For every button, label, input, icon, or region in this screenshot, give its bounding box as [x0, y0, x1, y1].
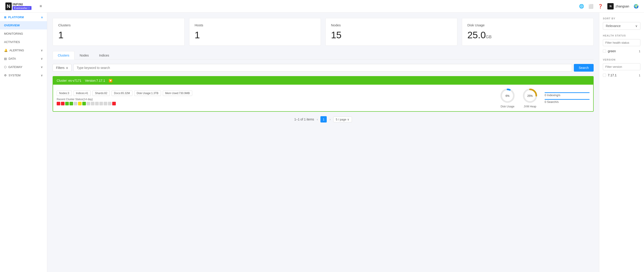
dot-5 — [74, 102, 77, 105]
system-icon: ⚙ — [4, 74, 7, 77]
page-1-button[interactable]: 1 — [320, 116, 327, 123]
dot-14 — [112, 102, 116, 105]
sidebar-group-data[interactable]: ▤ DATA ∨ — [0, 55, 47, 63]
cluster-card: Cluster: es-v7171 Version:7.17.1 🔽 Nodes… — [52, 76, 594, 112]
dot-7 — [82, 102, 86, 105]
dot-3 — [65, 102, 69, 105]
search-input[interactable] — [73, 64, 572, 72]
health-status-filter-input[interactable] — [603, 39, 640, 46]
sidebar-item-activities[interactable]: ACTIVITIES — [0, 38, 47, 46]
cluster-left-info: Nodes:3 Indices:41 Shards:82 Docs:65.32M… — [57, 91, 192, 105]
data-icon: ▤ — [4, 57, 7, 60]
health-label-green: green — [608, 49, 616, 53]
filter-select[interactable]: Filters ∨ — [52, 64, 72, 72]
cluster-tag-disk: Disk Usage:1.3TB — [134, 91, 161, 96]
version-filter-input[interactable] — [603, 63, 640, 70]
lang-icon[interactable]: 🌍 — [634, 4, 638, 9]
stat-clusters-title: Clusters — [58, 23, 179, 27]
search-bar-indicator — [544, 99, 590, 100]
dot-4 — [70, 102, 73, 105]
per-page-select[interactable]: 5 / page ∨ — [333, 117, 352, 122]
tab-indices[interactable]: Indices — [94, 51, 114, 60]
sort-by-select[interactable]: Relevance ∨ — [603, 22, 640, 30]
sidebar-item-monitoring[interactable]: MONITORING — [0, 30, 47, 38]
sidebar-system-label: SYSTEM — [8, 74, 20, 77]
health-status-section: HEALTH STATUS green 1 — [603, 34, 640, 54]
stat-clusters-value: 1 — [58, 30, 179, 41]
jvm-donut: 25% JVM Heap — [522, 88, 538, 108]
sidebar-item-overview[interactable]: OVERVIEW — [0, 21, 47, 30]
version-checkbox-7171[interactable] — [603, 74, 606, 77]
dot-9 — [91, 102, 94, 105]
menu-icon[interactable]: ≡ — [40, 4, 42, 9]
svg-text:25%: 25% — [527, 94, 533, 98]
logo-console: Console/// — [12, 6, 32, 10]
system-chevron-icon: ∨ — [41, 74, 43, 77]
main-content: Clusters 1 Hosts 1 Nodes 15 Disk Usage 2… — [47, 13, 599, 272]
disk-donut: 6% Disk Usage — [500, 88, 516, 108]
header-left: N INFINI Console/// ≡ — [6, 3, 42, 10]
health-status-title: HEALTH STATUS — [603, 34, 640, 37]
platform-icon: ⊞ — [4, 16, 6, 19]
next-page-button[interactable]: › — [328, 118, 332, 121]
jvm-donut-label: JVM Heap — [524, 105, 536, 108]
logo-text: INFINI Console/// — [12, 3, 32, 10]
health-checkbox-green[interactable] — [603, 50, 606, 53]
pagination: 1–1 of 1 items ‹ 1 › 5 / page ∨ — [52, 116, 594, 123]
dot-1 — [57, 102, 60, 105]
version-option-7171: 7.17.1 1 — [603, 73, 640, 78]
cluster-version-icon: 🔽 — [108, 79, 112, 82]
header-right: 🌐 ⬜ ❓ N zhangsan 🌍 — [579, 3, 638, 10]
dot-13 — [108, 102, 112, 105]
sidebar-group-alerting[interactable]: 🔔 ALERTING ∨ — [0, 46, 47, 55]
help-icon[interactable]: ❓ — [598, 4, 603, 9]
tab-nodes[interactable]: Nodes — [74, 51, 94, 60]
status-dots — [57, 102, 192, 105]
dot-8 — [86, 102, 90, 105]
stat-nodes-title: Nodes — [331, 23, 452, 27]
cluster-metrics: 6% Disk Usage 25% JVM Heap — [500, 88, 590, 108]
sidebar-group-gateway[interactable]: ⬡ GATEWAY ∨ — [0, 63, 47, 71]
terminal-icon[interactable]: ⬜ — [588, 4, 594, 9]
filter-chevron-icon: ∨ — [66, 66, 68, 70]
version-label-7171: 7.17.1 — [608, 73, 616, 77]
cluster-tag-nodes: Nodes:3 — [57, 91, 72, 96]
sidebar-platform-header[interactable]: ⊞ PLATFORM ∧ — [0, 13, 47, 21]
cluster-version: Version:7.17.1 — [85, 79, 105, 82]
header: N INFINI Console/// ≡ 🌐 ⬜ ❓ N zhangsan 🌍 — [0, 0, 644, 13]
sidebar-group-system[interactable]: ⚙ SYSTEM ∨ — [0, 71, 47, 80]
sidebar-alerting-label: ALERTING — [10, 49, 24, 52]
stat-hosts: Hosts 1 — [189, 18, 321, 46]
jvm-donut-svg: 25% — [522, 88, 538, 104]
search-rate-label: 0 Search/s — [544, 100, 590, 104]
indexing-row: 0 Indexing/s — [544, 92, 590, 97]
globe-icon[interactable]: 🌐 — [579, 4, 584, 9]
cluster-tag-shards: Shards:82 — [92, 91, 110, 96]
sort-by-chevron-icon: ∨ — [635, 24, 638, 28]
prev-page-button[interactable]: ‹ — [316, 118, 319, 121]
filter-label: Filters — [56, 66, 64, 70]
sort-by-section: Sort By Relevance ∨ — [603, 17, 640, 30]
stat-hosts-title: Hosts — [195, 23, 316, 27]
search-row: 0 Search/s — [544, 99, 590, 104]
search-button[interactable]: Search — [574, 64, 594, 72]
stat-nodes: Nodes 15 — [325, 18, 457, 46]
user-name: zhangsan — [616, 5, 629, 8]
cluster-tags: Nodes:3 Indices:41 Shards:82 Docs:65.32M… — [57, 91, 192, 96]
platform-chevron-icon: ∧ — [41, 16, 43, 19]
stats-row: Clusters 1 Hosts 1 Nodes 15 Disk Usage 2… — [52, 18, 594, 46]
version-section: VERSION 7.17.1 1 — [603, 58, 640, 78]
tabs: Clusters Nodes Indices — [52, 51, 594, 60]
dot-6 — [78, 102, 82, 105]
cluster-name: Cluster: es-v7171 — [57, 79, 82, 82]
gateway-icon: ⬡ — [4, 65, 6, 69]
sidebar-platform-label: PLATFORM — [8, 16, 24, 19]
sort-by-value: Relevance — [606, 24, 620, 28]
cluster-tag-indices: Indices:41 — [74, 91, 91, 96]
logo-console-slash: /// — [27, 6, 30, 10]
cluster-tag-mem: Mem Used:730.9MB — [163, 91, 192, 96]
tab-clusters[interactable]: Clusters — [52, 51, 74, 60]
per-page-chevron-icon: ∨ — [347, 118, 350, 121]
user-info: N zhangsan — [607, 3, 629, 10]
right-panel: Sort By Relevance ∨ HEALTH STATUS green … — [599, 13, 644, 272]
